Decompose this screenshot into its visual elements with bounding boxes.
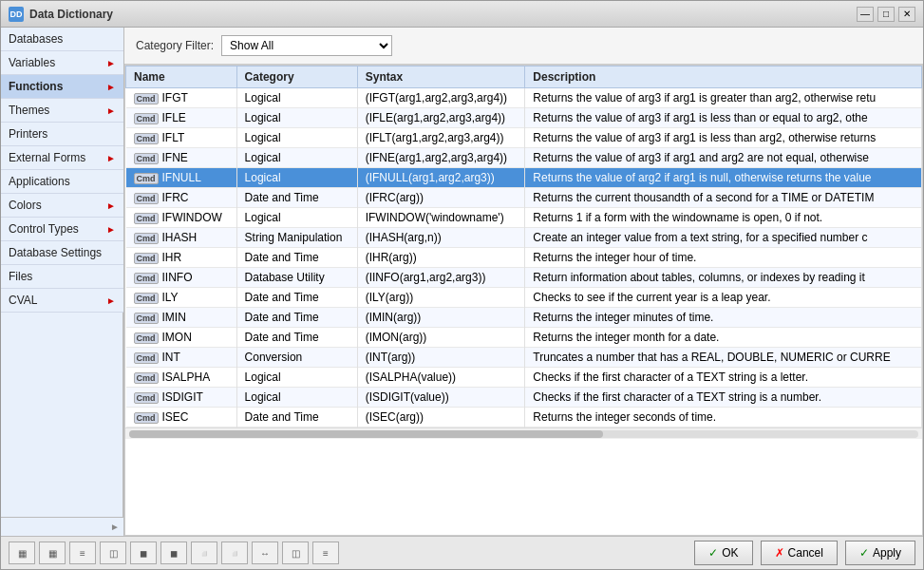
table-row[interactable]: CmdIHRDate and Time(IHR(arg))Returns the… (126, 248, 922, 268)
table-row[interactable]: CmdIMINDate and Time(IMIN(arg))Returns t… (126, 308, 922, 328)
minimize-button[interactable]: — (857, 7, 874, 22)
cell-syntax: (IFGT(arg1,arg2,arg3,arg4)) (357, 88, 525, 108)
window-title: Data Dictionary (29, 8, 857, 21)
icon-split-left[interactable]: ◼ (130, 542, 157, 564)
col-name: Name (126, 66, 237, 88)
cell-description: Returns the integer seconds of time. (525, 408, 922, 428)
cell-name: CmdIHR (126, 248, 237, 268)
cell-syntax: (IFRC(arg)) (357, 188, 525, 208)
bottom-toolbar: ▦ ▦ ≡ ◫ ◼ ◼ ◽ ◽ ↔ ◫ ≡ ✓ OK ✗ Cancel ✓ Ap… (1, 536, 923, 569)
cell-category: Logical (236, 368, 357, 388)
table-row[interactable]: CmdISDIGITLogical(ISDIGIT(value))Checks … (126, 388, 922, 408)
sidebar-item-colors[interactable]: Colors ► (1, 194, 123, 218)
icon-panel[interactable]: ◽ (191, 542, 217, 564)
icon-align[interactable]: ≡ (312, 542, 339, 564)
table-row[interactable]: CmdIFLELogical(IFLE(arg1,arg2,arg3,arg4)… (126, 108, 922, 128)
cell-syntax: (IFNE(arg1,arg2,arg3,arg4)) (357, 148, 525, 168)
cell-name: CmdIMIN (126, 308, 237, 328)
table-row[interactable]: CmdISALPHALogical(ISALPHA(value))Checks … (126, 368, 922, 388)
table-row[interactable]: CmdIFWINDOWLogicalIFWINDOW('windowname')… (126, 208, 922, 228)
cell-syntax: (IFLE(arg1,arg2,arg3,arg4)) (357, 108, 525, 128)
sidebar-item-cval[interactable]: CVAL ► (1, 289, 123, 313)
icon-grid-medium[interactable]: ▦ (39, 542, 66, 564)
cell-syntax: (IFNULL(arg1,arg2,arg3)) (357, 168, 525, 188)
cell-name: CmdISDIGIT (126, 388, 237, 408)
sidebar-item-themes[interactable]: Themes ► (1, 99, 123, 123)
cell-name: CmdISALPHA (126, 368, 237, 388)
horizontal-scrollbar[interactable] (125, 428, 922, 439)
cmd-badge: Cmd (134, 352, 159, 364)
cell-category: Logical (236, 88, 357, 108)
icon-panel2[interactable]: ◽ (221, 542, 248, 564)
cell-description: Return information about tables, columns… (525, 268, 922, 288)
cell-syntax: (INT(arg)) (357, 348, 525, 368)
cell-syntax: (ISEC(arg)) (357, 408, 525, 428)
cell-description: Returns the value of arg3 if arg1 and ar… (525, 148, 922, 168)
category-filter-select[interactable]: Show All Logical Date and Time String Ma… (221, 35, 392, 56)
cell-syntax: (ILY(arg)) (357, 288, 525, 308)
cmd-badge: Cmd (134, 273, 159, 284)
app-icon: DD (9, 7, 24, 22)
icon-grid-small[interactable]: ▦ (9, 542, 35, 564)
sidebar-item-databases[interactable]: Databases (1, 28, 123, 51)
close-button[interactable]: ✕ (898, 7, 915, 22)
cell-name: CmdIFLE (126, 108, 237, 128)
col-description: Description (525, 66, 922, 88)
cell-description: Checks if the first character of a TEXT … (525, 388, 922, 408)
cell-syntax: (IMON(arg)) (357, 328, 525, 348)
table-row[interactable]: CmdIHASHString Manipulation(IHASH(arg,n)… (126, 228, 922, 248)
icon-list[interactable]: ≡ (69, 542, 96, 564)
sidebar-item-external-forms[interactable]: External Forms ► (1, 146, 123, 170)
variables-arrow: ► (106, 58, 116, 68)
table-row[interactable]: CmdIINFODatabase Utility(IINFO(arg1,arg2… (126, 268, 922, 288)
sidebar-item-applications[interactable]: Applications (1, 170, 123, 194)
sidebar-item-database-settings[interactable]: Database Settings (1, 241, 123, 265)
maximize-button[interactable]: □ (877, 7, 895, 22)
table-row[interactable]: CmdIFRCDate and Time(IFRC(arg))Returns t… (126, 188, 922, 208)
cell-syntax: (IHASH(arg,n)) (357, 228, 525, 248)
icon-expand-grid[interactable]: ◫ (282, 542, 309, 564)
cell-category: Conversion (236, 348, 357, 368)
cell-name: CmdIFWINDOW (126, 208, 237, 228)
sidebar-item-files[interactable]: Files (1, 265, 123, 289)
cell-syntax: (IMIN(arg)) (357, 308, 525, 328)
table-row[interactable]: CmdIFNULLLogical(IFNULL(arg1,arg2,arg3))… (126, 168, 922, 188)
cancel-button[interactable]: ✗ Cancel (761, 541, 838, 565)
icon-split-right[interactable]: ◼ (160, 542, 187, 564)
sidebar-resize-handle[interactable]: ► (110, 522, 120, 532)
ok-button[interactable]: ✓ OK (694, 541, 752, 565)
sidebar-item-control-types[interactable]: Control Types ► (1, 218, 123, 241)
main-area: Category Filter: Show All Logical Date a… (124, 28, 923, 536)
toolbar: Category Filter: Show All Logical Date a… (124, 28, 923, 65)
cmd-badge: Cmd (134, 293, 159, 304)
col-category: Category (236, 66, 357, 88)
table-row[interactable]: CmdINTConversion(INT(arg))Truncates a nu… (126, 348, 922, 368)
cmd-badge: Cmd (134, 313, 159, 324)
scrollbar-thumb[interactable] (129, 430, 603, 438)
cval-arrow: ► (106, 295, 116, 306)
icon-table[interactable]: ◫ (100, 542, 126, 564)
table-row[interactable]: CmdILYDate and Time(ILY(arg))Checks to s… (126, 288, 922, 308)
cell-description: Create an integer value from a text stri… (525, 228, 922, 248)
cell-description: Returns the value of arg3 if arg1 is gre… (525, 88, 922, 108)
apply-button[interactable]: ✓ Apply (845, 541, 915, 565)
table-row[interactable]: CmdIFNELogical(IFNE(arg1,arg2,arg3,arg4)… (126, 148, 922, 168)
cell-syntax: (IFLT(arg1,arg2,arg3,arg4)) (357, 128, 525, 148)
cmd-badge: Cmd (134, 113, 159, 124)
cell-name: CmdIINFO (126, 268, 237, 288)
cmd-badge: Cmd (134, 412, 159, 424)
cell-description: Returns the integer hour of time. (525, 248, 922, 268)
sidebar-item-functions[interactable]: Functions ► (1, 75, 123, 99)
functions-table: Name Category Syntax Description CmdIFGT… (124, 65, 923, 536)
table-row[interactable]: CmdIFGTLogical(IFGT(arg1,arg2,arg3,arg4)… (126, 88, 922, 108)
cell-syntax: (IHR(arg)) (357, 248, 525, 268)
colors-arrow: ► (106, 200, 116, 211)
sidebar-item-variables[interactable]: Variables ► (1, 51, 123, 75)
cmd-badge: Cmd (134, 392, 159, 404)
table-row[interactable]: CmdIFLTLogical(IFLT(arg1,arg2,arg3,arg4)… (126, 128, 922, 148)
icon-resize[interactable]: ↔ (252, 542, 278, 564)
sidebar-item-printers[interactable]: Printers (1, 123, 123, 146)
dialog-buttons: ✓ OK ✗ Cancel ✓ Apply (694, 541, 915, 565)
table-row[interactable]: CmdIMONDate and Time(IMON(arg))Returns t… (126, 328, 922, 348)
table-row[interactable]: CmdISECDate and Time(ISEC(arg))Returns t… (126, 408, 922, 428)
